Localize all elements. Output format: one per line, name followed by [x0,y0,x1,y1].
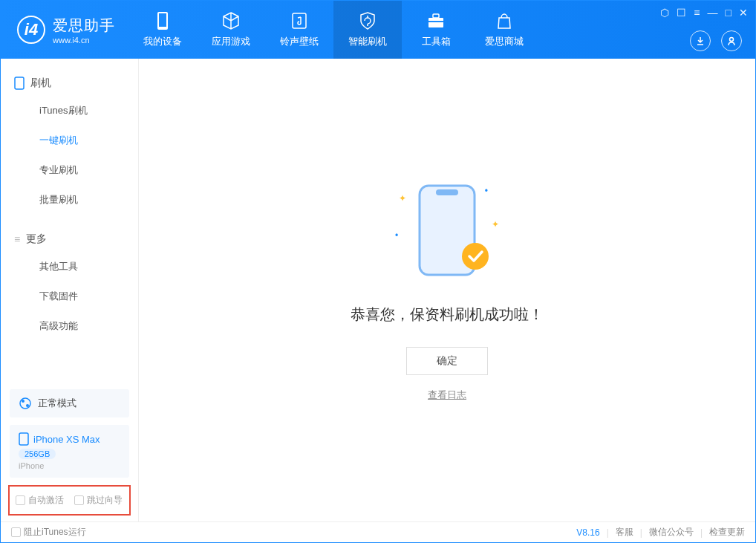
svg-rect-7 [15,77,24,89]
cube-icon [221,11,241,30]
maximize-button[interactable]: □ [726,7,731,19]
ok-button[interactable]: 确定 [406,347,488,375]
list-icon: ≡ [14,233,20,245]
sidebar-header-flash: 刷机 [1,71,138,96]
tab-label: 铃声壁纸 [280,35,319,48]
close-button[interactable]: ✕ [739,7,748,19]
svg-point-14 [462,243,489,270]
phone-small-icon [19,432,29,446]
body: 刷机 iTunes刷机 一键刷机 专业刷机 批量刷机 ≡ 更多 其他工具 下载固… [1,59,755,521]
sidebar-item-advanced[interactable]: 高级功能 [1,311,138,341]
app-url: www.i4.cn [53,36,115,45]
svg-point-10 [26,404,29,407]
tab-label: 爱思商城 [485,35,524,48]
sidebar-header-more: ≡ 更多 [1,227,138,252]
chk-label: 阻止iTunes运行 [24,526,86,539]
sidebar-item-oneclick-flash[interactable]: 一键刷机 [1,126,138,155]
status-icon [19,397,32,410]
status-box[interactable]: 正常模式 [10,389,129,417]
sidebar-item-pro-flash[interactable]: 专业刷机 [1,155,138,185]
tab-apps-games[interactable]: 应用游戏 [197,1,265,59]
svg-rect-5 [428,21,443,22]
svg-rect-2 [293,13,306,28]
sidebar-item-other-tools[interactable]: 其他工具 [1,252,138,282]
status-mode: 正常模式 [38,397,76,410]
menu-icon[interactable]: ≡ [694,7,700,19]
user-button[interactable] [721,30,742,51]
support-link[interactable]: 客服 [616,526,633,539]
success-illustration: ✦ • • ✦ [395,178,499,290]
device-box[interactable]: iPhone XS Max 256GB iPhone [10,425,129,478]
wechat-link[interactable]: 微信公众号 [649,526,694,539]
feedback-icon[interactable]: ☐ [677,7,686,19]
skip-guide-checkbox[interactable]: 跳过向导 [74,494,123,507]
success-message: 恭喜您，保资料刷机成功啦！ [351,305,544,325]
nav-tabs: 我的设备 应用游戏 铃声壁纸 智能刷机 工具箱 爱思商城 [128,1,538,59]
bag-icon [495,11,514,30]
header-right [690,30,742,51]
device-name-row: iPhone XS Max [19,432,120,446]
svg-point-9 [22,400,25,403]
main-content: ✦ • • ✦ 恭喜您，保资料刷机成功啦！ 确定 查看日志 [139,59,755,521]
app-name: 爱思助手 [53,16,115,36]
footer-left: 阻止iTunes运行 [11,526,86,539]
tab-label: 工具箱 [422,35,451,48]
logo-icon: i4 [17,16,45,44]
sidebar-item-download-firmware[interactable]: 下载固件 [1,282,138,311]
device-capacity: 256GB [19,449,56,459]
device-small-icon [14,77,25,90]
title-controls: ⬡ ☐ ≡ — □ ✕ [660,7,748,19]
music-note-icon [290,11,309,30]
svg-point-6 [730,38,734,42]
tab-label: 我的设备 [143,35,182,48]
device-name: iPhone XS Max [33,434,100,445]
svg-rect-4 [433,14,439,18]
block-itunes-checkbox[interactable]: 阻止iTunes运行 [11,526,86,539]
checkbox-row: 自动激活 跳过向导 [8,485,131,516]
version-label: V8.16 [576,527,599,538]
tab-toolbox[interactable]: 工具箱 [402,1,470,59]
tab-ringtone-wallpaper[interactable]: 铃声壁纸 [265,1,333,59]
tab-label: 智能刷机 [348,35,387,48]
minimize-button[interactable]: — [708,7,718,19]
section-title: 刷机 [30,77,51,90]
tab-my-device[interactable]: 我的设备 [128,1,197,59]
tab-smart-flash[interactable]: 智能刷机 [333,1,402,59]
logo-area: i4 爱思助手 www.i4.cn [1,1,128,59]
svg-rect-1 [159,13,166,27]
section-title: 更多 [26,233,47,246]
phone-icon [153,11,172,30]
header: i4 爱思助手 www.i4.cn 我的设备 应用游戏 铃声壁纸 智能刷机 工具… [1,1,755,59]
logo-text: 爱思助手 www.i4.cn [53,16,115,45]
footer: 阻止iTunes运行 V8.16 | 客服 | 微信公众号 | 检查更新 [1,521,755,542]
toolbox-icon [426,11,446,30]
sidebar-section-flash: 刷机 iTunes刷机 一键刷机 专业刷机 批量刷机 [1,59,138,215]
tab-store[interactable]: 爱思商城 [470,1,538,59]
check-update-link[interactable]: 检查更新 [709,526,745,539]
svg-point-8 [20,398,30,409]
device-type: iPhone [19,461,120,470]
refresh-shield-icon [358,11,377,30]
svg-rect-3 [428,18,443,27]
sidebar: 刷机 iTunes刷机 一键刷机 专业刷机 批量刷机 ≡ 更多 其他工具 下载固… [1,59,139,521]
auto-activate-checkbox[interactable]: 自动激活 [16,494,64,507]
chk-label: 跳过向导 [87,494,123,507]
tab-label: 应用游戏 [212,35,250,48]
check-badge-icon [460,241,490,271]
view-log-link[interactable]: 查看日志 [428,388,466,402]
sidebar-item-itunes-flash[interactable]: iTunes刷机 [1,96,138,126]
download-button[interactable] [690,30,711,51]
svg-rect-13 [436,189,458,195]
sidebar-section-more: ≡ 更多 其他工具 下载固件 高级功能 [1,215,138,341]
shirt-icon[interactable]: ⬡ [660,7,669,19]
footer-right: V8.16 | 客服 | 微信公众号 | 检查更新 [576,526,745,539]
chk-label: 自动激活 [28,494,64,507]
svg-rect-11 [19,433,28,445]
sidebar-item-batch-flash[interactable]: 批量刷机 [1,185,138,215]
